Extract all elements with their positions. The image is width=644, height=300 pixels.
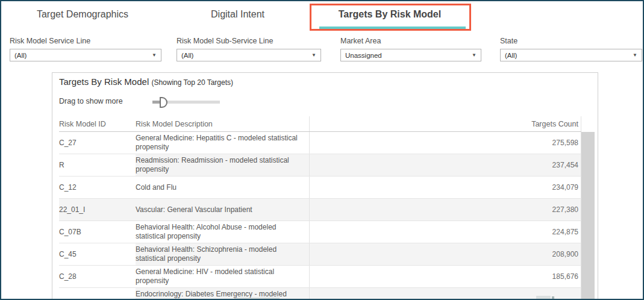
card-subtitle-text: (Showing Top 20 Targets) xyxy=(151,78,233,87)
card-title-text: Targets By Risk Model xyxy=(59,77,149,87)
row-description-cell: Behavioral Health: Schizophrenia - model… xyxy=(136,243,309,265)
table-row[interactable]: C_12 Cold and Flu 234,079 xyxy=(59,177,581,199)
row-description-cell: General Medicine: HIV - modeled statisti… xyxy=(136,266,309,287)
row-id-cell: C_27 xyxy=(59,132,136,154)
caret-down-icon: ▼ xyxy=(472,53,477,58)
row-count-cell: 275,598 xyxy=(309,132,581,154)
table-row[interactable]: C_45 Behavioral Health: Schizophrenia - … xyxy=(59,243,581,266)
filter-label: Market Area xyxy=(340,37,481,45)
table-row[interactable]: C_07B Behavioral Health: Alcohol Abuse -… xyxy=(59,221,581,243)
caret-down-icon: ▼ xyxy=(311,53,316,58)
row-description-cell: Cold and Flu xyxy=(136,177,309,198)
table-row[interactable]: 22_01_I Vascular: General Vascular Inpat… xyxy=(59,199,581,221)
row-description-cell: Vascular: General Vascular Inpatient xyxy=(136,199,309,220)
dropdown-value: (All) xyxy=(505,52,517,59)
table-row[interactable]: C_28 General Medicine: HIV - modeled sta… xyxy=(59,266,581,288)
filter-state: State (All) ▼ xyxy=(500,37,642,61)
vertical-scrollbar[interactable] xyxy=(581,132,595,300)
market-area-dropdown[interactable]: Unassigned ▼ xyxy=(340,49,481,61)
row-count-cell: 237,454 xyxy=(309,154,581,176)
caret-down-icon: ▼ xyxy=(152,53,157,58)
slider-handle[interactable] xyxy=(160,97,167,108)
table-row[interactable]: R Readmission: Readmission - modeled sta… xyxy=(59,154,581,177)
filter-label: Risk Model Sub-Service Line xyxy=(177,37,321,45)
risk-model-service-line-dropdown[interactable]: (All) ▼ xyxy=(10,49,161,61)
table-row[interactable]: Endocrinology: Diabetes Emergency - mode… xyxy=(59,288,581,300)
row-id-cell: R xyxy=(59,154,136,176)
targets-by-risk-model-card: Targets By Risk Model (Showing Top 20 Ta… xyxy=(52,72,598,300)
row-id-cell: C_12 xyxy=(59,177,136,198)
dropdown-value: (All) xyxy=(181,52,193,59)
card-title: Targets By Risk Model (Showing Top 20 Ta… xyxy=(59,77,233,87)
row-description-cell: Readmission: Readmission - modeled stati… xyxy=(136,154,309,176)
horizontal-scrollbar-fragment[interactable] xyxy=(536,296,551,300)
table-row[interactable]: C_27 General Medicine: Hepatitis C - mod… xyxy=(59,132,581,154)
row-count-cell: 208,900 xyxy=(309,243,581,265)
filter-risk-model-sub-service-line: Risk Model Sub-Service Line (All) ▼ xyxy=(177,37,321,61)
row-count-cell: 185,676 xyxy=(309,266,581,287)
row-id-cell xyxy=(59,288,136,300)
row-count-cell: 234,079 xyxy=(309,177,581,198)
dropdown-value: (All) xyxy=(14,52,27,59)
row-id-cell: C_07B xyxy=(59,221,136,243)
filter-risk-model-service-line: Risk Model Service Line (All) ▼ xyxy=(10,37,161,61)
dashboard-window: { "tabs": [ { "label": "Target Demograph… xyxy=(0,0,644,300)
filter-market-area: Market Area Unassigned ▼ xyxy=(340,37,481,61)
horizontal-scrollbar-dot xyxy=(552,296,554,300)
row-description-cell: General Medicine: Hepatitis C - modeled … xyxy=(136,132,309,154)
row-id-cell: 22_01_I xyxy=(59,199,136,220)
col-header-risk-model-id[interactable]: Risk Model ID xyxy=(59,116,136,131)
row-description-cell: Endocrinology: Diabetes Emergency - mode… xyxy=(136,288,309,300)
filter-label: State xyxy=(500,37,642,45)
table-body: C_27 General Medicine: Hepatitis C - mod… xyxy=(59,132,581,300)
row-count-cell: 224,875 xyxy=(309,221,581,243)
caret-down-icon: ▼ xyxy=(633,53,637,58)
risk-model-sub-service-line-dropdown[interactable]: (All) ▼ xyxy=(177,49,321,61)
tab-digital-intent[interactable]: Digital Intent xyxy=(182,9,293,20)
col-header-risk-model-description[interactable]: Risk Model Description xyxy=(136,116,309,131)
row-id-cell: C_45 xyxy=(59,243,136,265)
row-count-cell: 227,380 xyxy=(309,199,581,220)
state-dropdown[interactable]: (All) ▼ xyxy=(500,49,642,61)
active-tab-underline xyxy=(319,27,466,30)
table-header: Risk Model ID Risk Model Description Tar… xyxy=(59,116,581,132)
dropdown-value: Unassigned xyxy=(345,52,382,59)
filter-label: Risk Model Service Line xyxy=(10,37,161,45)
row-id-cell: C_28 xyxy=(59,266,136,287)
horizontal-scrollbar-fragment[interactable] xyxy=(236,298,280,300)
tab-target-demographics[interactable]: Target Demographics xyxy=(19,9,146,20)
tab-targets-by-risk-model[interactable]: Targets By Risk Model xyxy=(311,9,468,20)
col-header-targets-count[interactable]: Targets Count xyxy=(309,116,581,131)
row-description-cell: Behavioral Health: Alcohol Abuse - model… xyxy=(136,221,309,243)
drag-slider-label: Drag to show more xyxy=(59,97,123,105)
